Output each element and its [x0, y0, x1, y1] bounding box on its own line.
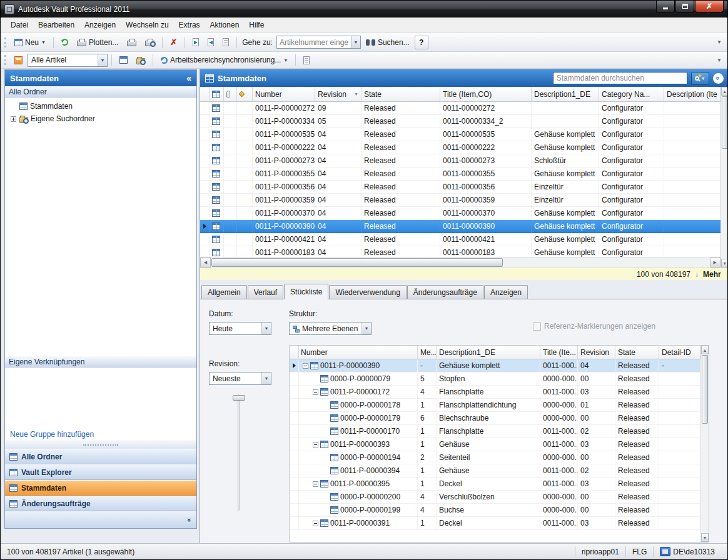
scrollbar-thumb[interactable] [722, 96, 727, 149]
combo-dropdown-button[interactable]: ▼ [261, 372, 271, 384]
scroll-left-button[interactable]: ◀ [200, 258, 211, 268]
revision-slider[interactable] [238, 394, 240, 511]
scrollbar-thumb[interactable] [211, 258, 503, 267]
scrollbar-thumb[interactable] [702, 355, 708, 424]
detail-tab[interactable]: Stückliste [284, 284, 328, 299]
search-button[interactable]: Suchen... [362, 36, 413, 49]
bom-column-state[interactable]: State [615, 346, 659, 359]
slider-handle[interactable] [233, 395, 245, 401]
detail-tab[interactable]: Verlauf [248, 285, 283, 299]
bom-row[interactable]: 0011-P-00000170 1 Flanschplatte 0011-000… [290, 425, 700, 438]
bom-row[interactable]: 0000-P-00000179 6 Blechschraube 0000-000… [290, 412, 700, 425]
properties-button[interactable] [219, 36, 233, 49]
table-row[interactable]: 0011-P-00000222 04 Released 0011-0000022… [200, 141, 720, 154]
item-number-input[interactable] [277, 38, 351, 47]
table-row[interactable]: 0011-P-00000390 04 Released 0011-0000039… [200, 220, 720, 233]
toolbar-overflow-button[interactable]: ▼ [714, 39, 725, 45]
column-header-state[interactable]: State [361, 87, 440, 101]
table-row[interactable]: 0011-P-00000334 05 Released 0011-0000033… [200, 115, 720, 128]
collapse-expander-icon[interactable] [303, 363, 308, 369]
find-in-folder-button[interactable] [133, 54, 149, 67]
search-input[interactable] [553, 72, 687, 84]
bom-column-detail-id[interactable]: Detail-ID [659, 346, 700, 359]
combo-dropdown-button[interactable]: ▼ [98, 54, 107, 66]
collapse-expander-icon[interactable] [313, 521, 318, 526]
table-row[interactable]: 0011-P-00000421 04 Released 0011-0000042… [200, 233, 720, 246]
nav-button[interactable]: Änderungsaufträge [5, 496, 196, 511]
layout-button[interactable] [116, 54, 131, 66]
delete-button[interactable]: ✗ [166, 36, 181, 49]
bom-row[interactable]: 0000-P-00000194 2 Seitenteil 0000-000...… [290, 451, 700, 464]
menu-item[interactable]: Wechseln zu [121, 19, 173, 31]
workspace-sync-button[interactable]: Arbeitsbereichsynchronisierung... ▼ [157, 53, 291, 67]
search-options-button[interactable]: ▼ [691, 72, 709, 85]
column-header-description-item[interactable]: Description (Ite [664, 87, 720, 101]
menu-item[interactable]: Datei [6, 19, 33, 31]
bom-row[interactable]: 0000-P-00000079 5 Stopfen 0000-000... 00… [290, 372, 700, 386]
bom-vertical-scrollbar[interactable]: ▲ ▼ [700, 346, 709, 542]
maximize-button[interactable] [675, 1, 694, 12]
splitter-grip[interactable] [5, 441, 196, 449]
column-header-number[interactable]: Number [253, 87, 315, 101]
attachment-column[interactable] [224, 87, 237, 101]
check-in-button[interactable] [204, 36, 218, 49]
collapse-pane-button[interactable]: « [186, 73, 191, 83]
expand-icon[interactable] [11, 116, 16, 122]
bom-column-description1[interactable]: Description1_DE [437, 346, 540, 359]
toolbar-grip[interactable] [4, 38, 6, 48]
bom-column-title[interactable]: Title (Ite... [540, 346, 578, 359]
detail-tab[interactable]: Änderungsaufträge [407, 285, 483, 299]
expand-header-button[interactable]: » [713, 73, 724, 84]
table-row[interactable]: 0011-P-00000535 04 Released 0011-0000053… [200, 128, 720, 141]
table-row[interactable]: 0011-P-00000183 04 Released 0011-0000018… [200, 246, 720, 257]
scroll-up-button[interactable]: ▲ [701, 346, 709, 354]
combo-dropdown-button[interactable]: ▼ [261, 322, 271, 334]
scroll-down-button[interactable]: ▼ [701, 533, 709, 542]
bom-column-quantity[interactable]: Me... [418, 346, 437, 359]
add-group-link[interactable]: Neue Gruppe hinzufügen [5, 428, 196, 441]
bom-row[interactable]: 0011-P-00000395 1 Deckel 0011-000... 03 … [290, 478, 700, 491]
menu-item[interactable]: Extras [174, 19, 205, 31]
load-more-link[interactable]: Mehr [703, 270, 721, 279]
toolbar-overflow-button[interactable]: ▼ [714, 58, 725, 63]
new-button[interactable]: Neu ▼ [11, 36, 49, 49]
bom-column-revision[interactable]: Revision [578, 346, 615, 359]
vertical-scrollbar[interactable]: ▲ ▼ [720, 87, 727, 268]
table-row[interactable]: 0011-P-00000272 09 Released 0011-0000027… [200, 102, 720, 115]
reference-markers-checkbox[interactable] [533, 322, 541, 331]
detail-tab[interactable]: Allgemein [201, 285, 247, 299]
column-header-revision[interactable]: Revision ▼ [315, 87, 361, 101]
detail-tab[interactable]: Wiederverwendung [329, 285, 406, 299]
bom-row[interactable]: 0000-P-00000199 4 Buchse 0000-000... 00 … [290, 504, 700, 517]
column-header-title[interactable]: Title (Item,CO) [440, 87, 532, 101]
pane-options-button[interactable]: » [5, 511, 196, 528]
scroll-down-button[interactable]: ▼ [721, 259, 727, 268]
table-row[interactable]: 0011-P-00000370 04 Released 0011-0000037… [200, 207, 720, 220]
print-button[interactable] [123, 36, 140, 49]
bom-row[interactable]: 0011-P-00000394 1 Gehäuse 0011-000... 02… [290, 464, 700, 478]
scroll-up-button[interactable]: ▲ [721, 87, 727, 96]
minimize-button[interactable] [656, 1, 675, 12]
nav-button[interactable]: Alle Ordner [5, 449, 196, 464]
combo-dropdown-button[interactable]: ▼ [361, 322, 371, 334]
collapse-expander-icon[interactable] [313, 442, 318, 448]
table-row[interactable]: 0011-P-00000273 04 Released 0011-0000027… [200, 154, 720, 168]
refresh-button[interactable] [58, 36, 72, 48]
toolbar-grip[interactable] [4, 55, 6, 65]
bom-row[interactable]: 0000-P-00000200 4 Verschlußbolzen 0000-0… [290, 491, 700, 504]
menu-item[interactable]: Aktionen [205, 19, 245, 31]
bom-column-number[interactable]: Number [299, 346, 418, 359]
current-view-button[interactable] [11, 54, 26, 67]
bom-row[interactable]: 0011-P-00000391 1 Deckel 0011-000... 03 … [290, 517, 700, 530]
column-header-description1[interactable]: Description1_DE [532, 87, 599, 101]
bom-row[interactable]: 0011-P-00000393 1 Gehäuse 0011-000... 03… [290, 438, 700, 451]
horizontal-scrollbar[interactable]: ◀ ▶ [200, 257, 720, 268]
tag-column[interactable] [237, 87, 253, 101]
extra-tool-button[interactable] [300, 54, 313, 67]
help-button[interactable]: ? [415, 36, 428, 49]
detail-tab[interactable]: Anzeigen [484, 285, 528, 299]
tree-item-stammdaten[interactable]: Stammdaten [5, 100, 196, 112]
nav-button[interactable]: Vault Explorer [5, 464, 196, 480]
bom-row[interactable]: 0011-P-00000390 - Gehäuse komplett 0011-… [290, 359, 700, 372]
item-type-column[interactable] [210, 87, 224, 101]
